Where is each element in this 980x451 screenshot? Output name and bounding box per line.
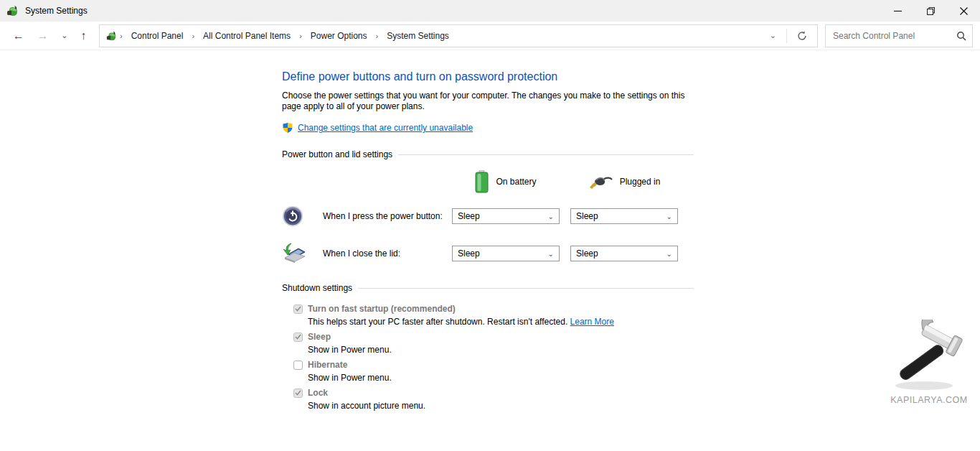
section-rule (398, 154, 694, 155)
page-content: Define power buttons and turn on passwor… (0, 50, 980, 451)
page-title: Define power buttons and turn on passwor… (282, 70, 694, 83)
minimize-button[interactable] (881, 0, 914, 22)
chevron-down-icon: ⌄ (548, 213, 554, 220)
navigation-bar: ← → ⌄ ↑ › Control Panel › All Control Pa… (0, 22, 980, 50)
on-battery-label: On battery (496, 177, 536, 187)
up-button[interactable]: ↑ (80, 30, 86, 42)
restore-button[interactable] (914, 0, 947, 22)
hibernate-option: Hibernate Show in Power menu. (293, 359, 694, 383)
search-icon[interactable] (956, 31, 966, 41)
breadcrumb-separator: › (118, 32, 124, 40)
refresh-icon (797, 31, 807, 41)
shutdown-section-header: Shutdown settings (282, 283, 694, 293)
search-input[interactable] (833, 31, 956, 41)
window-title: System Settings (25, 6, 88, 16)
watermark: KAPILARYA.COM (884, 320, 974, 405)
sleep-checkbox[interactable] (293, 333, 303, 342)
hammer-icon (887, 320, 971, 391)
address-dropdown-chevron[interactable]: ⌄ (763, 31, 783, 40)
back-button[interactable]: ← (13, 30, 24, 42)
plugged-in-column-header: Plugged in (570, 174, 678, 190)
power-options-breadcrumb-icon (105, 30, 117, 42)
change-unavailable-settings-link[interactable]: Change settings that are currently unava… (298, 123, 473, 133)
lock-option: Lock Show in account picture menu. (293, 387, 694, 412)
selected-value: Sleep (576, 248, 598, 259)
minimize-icon (894, 7, 902, 15)
breadcrumb-separator: › (298, 32, 303, 40)
on-battery-column-header: On battery (452, 170, 560, 193)
selected-value: Sleep (458, 211, 480, 221)
lock-checkbox[interactable] (293, 389, 303, 398)
fast-startup-option: Turn on fast startup (recommended) This … (293, 303, 694, 327)
restore-icon (927, 7, 935, 15)
description-text: This helps start your PC faster after sh… (308, 317, 567, 327)
watermark-text: KAPILARYA.COM (884, 395, 974, 405)
power-button-icon (282, 205, 303, 227)
fast-startup-description: This helps start your PC faster after sh… (308, 317, 694, 327)
chevron-down-icon: ⌄ (666, 250, 672, 258)
close-lid-row: When I close the lid: Sleep ⌄ Sleep ⌄ (282, 243, 694, 264)
lock-description: Show in account picture menu. (308, 401, 694, 412)
close-lid-on-battery-select[interactable]: Sleep ⌄ (452, 246, 560, 261)
power-button-plugged-in-select[interactable]: Sleep ⌄ (570, 208, 678, 224)
breadcrumb-power-options[interactable]: Power Options (305, 31, 373, 41)
close-lid-plugged-in-select[interactable]: Sleep ⌄ (570, 246, 678, 261)
learn-more-link[interactable]: Learn More (570, 317, 614, 327)
power-button-on-battery-select[interactable]: Sleep ⌄ (452, 208, 560, 224)
recent-pages-chevron[interactable]: ⌄ (61, 32, 67, 39)
address-divider (786, 29, 787, 43)
plug-icon (588, 174, 613, 190)
sleep-description: Show in Power menu. (308, 345, 694, 355)
uac-shield-icon (282, 122, 293, 134)
hibernate-checkbox[interactable] (293, 361, 303, 370)
breadcrumb-separator: › (374, 32, 380, 40)
power-button-row: When I press the power button: Sleep ⌄ S… (282, 205, 694, 227)
forward-button[interactable]: → (37, 30, 49, 42)
section-rule (358, 288, 694, 289)
selected-value: Sleep (576, 211, 598, 221)
power-options-app-icon (6, 4, 19, 17)
breadcrumb-all-control-panel-items[interactable]: All Control Panel Items (197, 31, 296, 41)
power-section-title: Power button and lid settings (282, 149, 398, 159)
titlebar: System Settings (0, 0, 980, 22)
search-box[interactable] (825, 24, 973, 47)
breadcrumb-separator: › (190, 32, 196, 40)
lid-icon (282, 243, 306, 264)
intro-text: Choose the power settings that you want … (282, 90, 687, 112)
breadcrumb-system-settings[interactable]: System Settings (381, 31, 455, 41)
chevron-down-icon: ⌄ (548, 250, 554, 258)
address-bar[interactable]: › Control Panel › All Control Panel Item… (99, 24, 818, 47)
close-lid-row-label: When I close the lid: (323, 248, 452, 259)
shutdown-section-title: Shutdown settings (282, 283, 358, 293)
fast-startup-label: Turn on fast startup (recommended) (308, 304, 456, 314)
power-section-header: Power button and lid settings (282, 149, 694, 159)
sleep-option: Sleep Show in Power menu. (293, 331, 694, 355)
selected-value: Sleep (458, 248, 480, 259)
chevron-down-icon: ⌄ (666, 213, 672, 220)
power-button-row-label: When I press the power button: (323, 211, 452, 221)
fast-startup-checkbox[interactable] (293, 304, 303, 314)
hibernate-label: Hibernate (308, 360, 347, 370)
close-button[interactable] (947, 0, 980, 22)
battery-icon (475, 170, 489, 193)
close-icon (960, 7, 968, 15)
hibernate-description: Show in Power menu. (308, 373, 694, 383)
breadcrumb-control-panel[interactable]: Control Panel (126, 31, 189, 41)
plugged-in-label: Plugged in (620, 177, 661, 187)
refresh-button[interactable] (790, 31, 814, 41)
sleep-label: Sleep (308, 332, 331, 342)
lock-label: Lock (308, 388, 328, 398)
